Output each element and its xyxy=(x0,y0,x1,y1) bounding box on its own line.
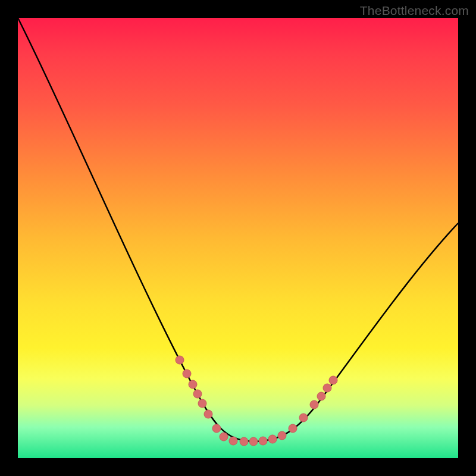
curve-marker xyxy=(198,399,206,408)
curve-marker xyxy=(289,424,297,433)
curve-marker xyxy=(212,424,221,433)
bottleneck-curve xyxy=(18,18,458,441)
curve-marker xyxy=(176,356,184,364)
curve-marker xyxy=(220,433,228,441)
chart-frame: TheBottleneck.com xyxy=(0,0,476,476)
curve-marker xyxy=(240,437,248,446)
curve-marker xyxy=(329,376,337,384)
curve-marker xyxy=(204,410,212,418)
curve-marker xyxy=(317,392,325,400)
watermark-text: TheBottleneck.com xyxy=(360,4,469,18)
curve-layer xyxy=(18,18,458,458)
curve-marker xyxy=(193,390,202,398)
marker-group xyxy=(176,356,337,446)
curve-marker xyxy=(278,431,286,440)
curve-marker xyxy=(323,384,331,392)
curve-marker xyxy=(189,380,197,389)
curve-marker xyxy=(268,435,277,443)
curve-marker xyxy=(183,369,191,378)
curve-marker xyxy=(229,437,237,445)
curve-marker xyxy=(310,400,318,409)
curve-marker xyxy=(249,437,258,446)
curve-marker xyxy=(299,414,308,422)
plot-area xyxy=(18,18,458,458)
curve-marker xyxy=(259,437,267,445)
